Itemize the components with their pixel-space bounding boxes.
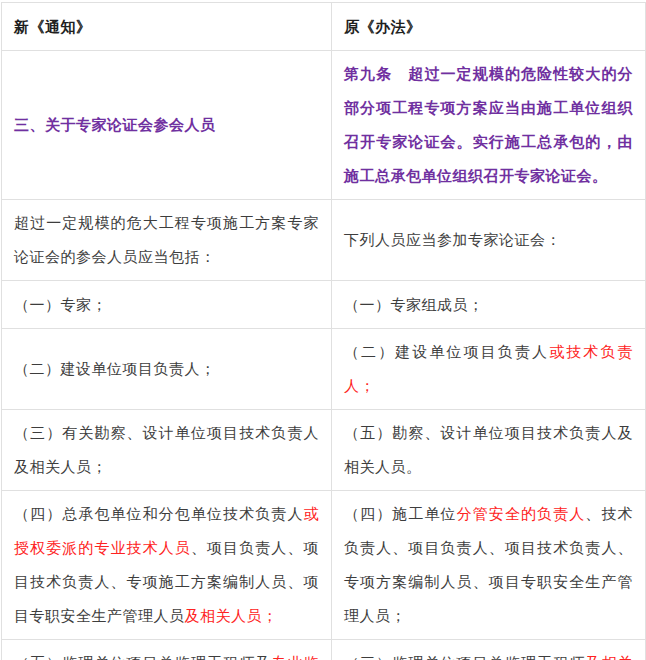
table-cell-right: （四）施工单位分管安全的负责人、技术负责人、项目负责人、项目技术负责人、专项方案… [332,491,646,640]
text-segment: （五）监理单位项目总监理工程师及 [14,654,271,660]
text-segment: 超过一定规模的危大工程专项施工方案专家论证会的参会人员应当包括： [14,214,319,265]
table-cell-left: 三、关于专家论证会参会人员 [2,51,332,200]
text-segment: 第九条 超过一定规模的危险性较大的分部分项工程专项方案应当由施工单位组织召开专家… [344,65,633,184]
header-new-notice: 新《通知》 [2,3,332,51]
table-cell-left: （四）总承包单位和分包单位技术负责人或授权委派的专业技术人员、项目负责人、项目技… [2,491,332,640]
table-cell-right: （三）监理单位项目总监理工程师及相关人员； [332,640,646,660]
table-row: （三）有关勘察、设计单位项目技术负责人及相关人员；（五）勘察、设计单位项目技术负… [2,410,646,491]
table-cell-left: （五）监理单位项目总监理工程师及专业监理工程师。 [2,640,332,660]
table-cell-right: （五）勘察、设计单位项目技术负责人及相关人员。 [332,410,646,491]
text-segment: （二）建设单位项目负责人 [344,343,549,360]
table-cell-right: （二）建设单位项目负责人或技术负责人； [332,329,646,410]
text-segment: 下列人员应当参加专家论证会： [344,231,561,248]
text-segment: （二）建设单位项目负责人； [14,360,216,377]
table-body: 三、关于专家论证会参会人员第九条 超过一定规模的危险性较大的分部分项工程专项方案… [2,51,646,660]
text-segment: （五）勘察、设计单位项目技术负责人及相关人员。 [344,424,633,475]
table-row: （一）专家；（一）专家组成员； [2,281,646,329]
text-segment: （四）总承包单位和分包单位技术负责人 [14,505,304,522]
table-cell-left: （二）建设单位项目负责人； [2,329,332,410]
text-segment: （一）专家； [14,296,107,313]
table-cell-left: （一）专家； [2,281,332,329]
text-segment: （一）专家组成员； [344,296,484,313]
text-segment: 、技术负责人、项目负责人、项目技术负责人、专项方案编制人员、项目专职安全生产管理… [344,505,633,624]
table-cell-right: 第九条 超过一定规模的危险性较大的分部分项工程专项方案应当由施工单位组织召开专家… [332,51,646,200]
table-cell-right: 下列人员应当参加专家论证会： [332,200,646,281]
text-segment: （四）施工单位 [344,505,457,522]
table-row: 三、关于专家论证会参会人员第九条 超过一定规模的危险性较大的分部分项工程专项方案… [2,51,646,200]
table-row: （五）监理单位项目总监理工程师及专业监理工程师。（三）监理单位项目总监理工程师及… [2,640,646,660]
table-row: （四）总承包单位和分包单位技术负责人或授权委派的专业技术人员、项目负责人、项目技… [2,491,646,640]
table-row: 超过一定规模的危大工程专项施工方案专家论证会的参会人员应当包括：下列人员应当参加… [2,200,646,281]
highlight-red-segment: 分管安全的负责人 [457,505,586,522]
highlight-red-segment: 及相关人员； [185,607,278,624]
table-row: （二）建设单位项目负责人；（二）建设单位项目负责人或技术负责人； [2,329,646,410]
table-cell-right: （一）专家组成员； [332,281,646,329]
table-header-row: 新《通知》 原《办法》 [2,3,646,51]
header-old-measures: 原《办法》 [332,3,646,51]
text-segment: （三）监理单位项目总监理工程师 [344,654,585,660]
text-segment: （三）有关勘察、设计单位项目技术负责人及相关人员； [14,424,319,475]
comparison-table: 新《通知》 原《办法》 三、关于专家论证会参会人员第九条 超过一定规模的危险性较… [1,2,646,660]
table-cell-left: 超过一定规模的危大工程专项施工方案专家论证会的参会人员应当包括： [2,200,332,281]
comparison-article-page: { "colors": { "background": "#ffffff", "… [0,0,646,660]
table-cell-left: （三）有关勘察、设计单位项目技术负责人及相关人员； [2,410,332,491]
text-segment: 三、关于专家论证会参会人员 [14,116,216,133]
